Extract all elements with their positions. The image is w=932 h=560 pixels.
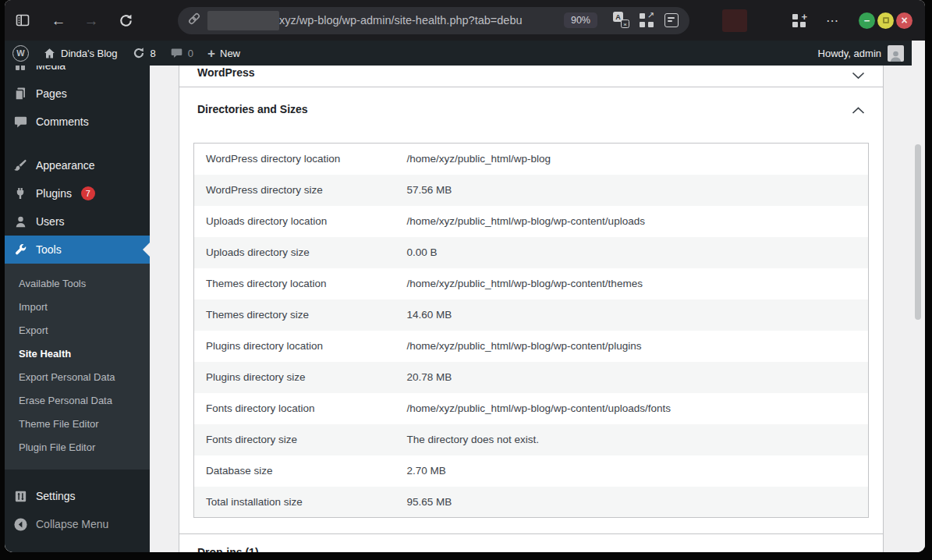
row-label: Uploads directory location: [194, 206, 407, 237]
sidebar-item-comments[interactable]: Comments: [5, 108, 150, 136]
reading-mode-icon[interactable]: [663, 12, 680, 29]
row-value: 20.78 MB: [407, 362, 869, 393]
avatar[interactable]: [888, 45, 904, 62]
new-content-link[interactable]: + New: [207, 47, 240, 60]
accordion-directories-and-sizes[interactable]: Directories and Sizes: [179, 87, 883, 131]
accordion-drop-ins[interactable]: Drop-ins (1): [179, 533, 883, 552]
close-button[interactable]: ×: [896, 12, 913, 29]
row-label: Plugins directory location: [194, 331, 407, 362]
plus-icon: +: [207, 47, 215, 60]
browser-toolbar: ← → xyz/wp-blog/wp-admin/site-health.php…: [5, 0, 925, 41]
row-label: Plugins directory size: [194, 362, 407, 393]
section-title: Drop-ins (1): [197, 546, 259, 552]
row-value: /home/xyz/public_html/wp-blog/wp-content…: [407, 206, 869, 237]
comments-link[interactable]: 0: [170, 47, 193, 60]
scrollbar-thumb[interactable]: [915, 144, 921, 320]
section-title: Directories and Sizes: [197, 103, 308, 115]
table-row: Uploads directory size 0.00 B: [194, 237, 869, 268]
row-value: 0.00 B: [407, 237, 869, 268]
maximize-button[interactable]: [877, 12, 894, 29]
plugins-update-badge: 7: [81, 186, 95, 200]
tools-submenu: Available Tools Import Export: [5, 264, 150, 470]
table-row: Uploads directory location /home/xyz/pub…: [194, 206, 869, 237]
row-label: Uploads directory size: [194, 237, 407, 268]
table-row: Fonts directory location /home/xyz/publi…: [194, 393, 869, 424]
minimize-button[interactable]: −: [859, 12, 875, 29]
updates-icon: [132, 46, 146, 60]
row-value: The directory does not exist.: [407, 424, 869, 455]
table-row: Themes directory location /home/xyz/publ…: [194, 268, 869, 299]
site-name-link[interactable]: Dinda's Blog: [43, 47, 118, 60]
table-row: Themes directory size 14.60 MB: [194, 299, 869, 331]
row-value: 14.60 MB: [407, 299, 869, 331]
submenu-item[interactable]: Export Personal Data: [5, 365, 150, 388]
sidebar-toggle-icon[interactable]: [12, 10, 33, 30]
comments-icon: [12, 114, 28, 129]
browser-menu-icon[interactable]: ⋯: [826, 13, 840, 28]
wp-logo-menu[interactable]: W: [12, 45, 29, 62]
comments-count: 0: [188, 48, 193, 59]
collections-icon[interactable]: ↗: [638, 12, 655, 29]
comment-bubble-icon: [170, 47, 183, 60]
submenu-item[interactable]: Plugin File Editor: [5, 435, 150, 459]
directories-table: WordPress directory location /home/xyz/p…: [193, 143, 869, 518]
back-button[interactable]: ←: [48, 10, 69, 30]
directories-section-body: WordPress directory location /home/xyz/p…: [179, 131, 883, 533]
submenu-item[interactable]: Available Tools: [5, 271, 150, 295]
address-bar[interactable]: xyz/wp-blog/wp-admin/site-health.php?tab…: [178, 7, 689, 34]
sidebar-item-media[interactable]: Media: [5, 66, 150, 80]
row-value: /home/xyz/public_html/wp-blog/wp-content…: [407, 268, 869, 299]
link-icon: [187, 12, 201, 29]
row-value: 2.70 MB: [407, 455, 869, 487]
redacted-domain-box: [207, 11, 279, 30]
site-health-content: WordPress Directories and Sizes: [150, 66, 912, 552]
howdy-admin-link[interactable]: Howdy, admin: [818, 48, 881, 59]
row-label: Themes directory size: [194, 299, 407, 331]
sidebar-item-appearance[interactable]: Appearance: [5, 151, 150, 179]
row-label: Fonts directory size: [194, 424, 407, 455]
appearance-icon: [12, 158, 28, 173]
wp-admin-sidebar: Media Pages Comments: [5, 66, 150, 552]
row-label: Total installation size: [194, 487, 407, 518]
table-row: Plugins directory location /home/xyz/pub…: [194, 331, 869, 362]
submenu-item[interactable]: Erase Personal Data: [5, 388, 150, 412]
submenu-item[interactable]: Export: [5, 318, 150, 342]
row-label: Database size: [194, 455, 407, 487]
row-value: 95.65 MB: [407, 487, 869, 518]
sidebar-item-users[interactable]: Users: [5, 207, 150, 236]
plugins-icon: [12, 186, 28, 201]
table-row: WordPress directory location /home/xyz/p…: [194, 144, 869, 175]
submenu-item[interactable]: Theme File Editor: [5, 412, 150, 435]
sidebar-item-tools[interactable]: Tools: [5, 236, 150, 264]
home-icon: [43, 47, 56, 60]
pages-icon: [12, 86, 28, 101]
table-row: Total installation size 95.65 MB: [194, 487, 869, 518]
updates-link[interactable]: 8: [132, 46, 156, 60]
updates-count: 8: [151, 48, 156, 59]
settings-icon: [12, 488, 28, 504]
zoom-level-badge[interactable]: 90%: [564, 12, 597, 28]
collapse-arrow-icon: [12, 516, 28, 532]
sidebar-item-settings[interactable]: Settings: [5, 482, 150, 510]
chevron-up-icon: [852, 104, 865, 118]
submenu-item[interactable]: Site Health: [5, 342, 150, 365]
table-row: Fonts directory size The directory does …: [194, 424, 869, 455]
wp-admin-bar: W Dinda's Blog 8 0 +: [5, 41, 912, 66]
sidebar-item-pages[interactable]: Pages: [5, 80, 150, 108]
page-scrollbar[interactable]: [912, 41, 925, 552]
row-value: /home/xyz/public_html/wp-blog/wp-content…: [407, 331, 869, 362]
extensions-icon[interactable]: +: [792, 14, 806, 27]
submenu-item[interactable]: Import: [5, 295, 150, 318]
forward-button[interactable]: →: [81, 10, 101, 30]
site-health-debug-panel: WordPress Directories and Sizes: [179, 66, 884, 552]
collapse-menu-button[interactable]: Collapse Menu: [5, 510, 150, 538]
table-row: Database size 2.70 MB: [194, 455, 869, 487]
accordion-wordpress[interactable]: WordPress: [179, 66, 883, 87]
row-label: WordPress directory location: [194, 144, 407, 175]
url-text: xyz/wp-blog/wp-admin/site-health.php?tab…: [279, 14, 561, 27]
translate-icon[interactable]: A ж: [613, 12, 630, 29]
tools-icon: [12, 242, 28, 257]
reload-button[interactable]: [115, 10, 136, 30]
page-viewport: W Dinda's Blog 8 0 +: [5, 41, 925, 552]
sidebar-item-plugins[interactable]: Plugins 7: [5, 179, 150, 207]
